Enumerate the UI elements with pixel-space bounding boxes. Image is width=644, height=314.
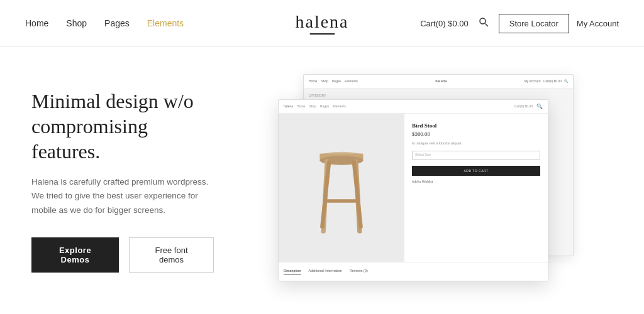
nav-pages[interactable]: Pages xyxy=(104,18,130,28)
svg-rect-9 xyxy=(326,199,357,202)
mockup-back-logo: halena xyxy=(435,78,447,84)
mockup-product-image xyxy=(279,114,404,262)
hero-section: Minimal design w/o compromising features… xyxy=(0,47,644,314)
mockup-product-info: Bird Stool $380.00 In tristique velit a … xyxy=(404,114,548,262)
search-icon xyxy=(479,17,489,27)
hero-subtext: Halena is carefully crafted premium word… xyxy=(31,175,214,217)
mockup-back-nav: Home Shop Pages Elements xyxy=(309,79,358,83)
mockup-front-search: 🔍 xyxy=(536,104,543,109)
mockup-category-title: CATEGORY xyxy=(309,94,347,97)
cart-info[interactable]: Cart(0) $0.00 xyxy=(420,19,469,28)
mockup-back-right: My Account Cart(0) $0.00 🔍 xyxy=(525,79,568,83)
explore-demos-button[interactable]: Explore Demos xyxy=(31,237,119,273)
free-font-demos-button[interactable]: Free font demos xyxy=(129,237,214,273)
hero-mockup: Home Shop Pages Elements halena My Accou… xyxy=(239,47,644,314)
mockup-back-header: Home Shop Pages Elements halena My Accou… xyxy=(304,75,573,89)
mockup-front-logo: halena xyxy=(284,104,293,108)
svg-point-0 xyxy=(480,18,486,24)
mockup-product-title: Bird Stool xyxy=(412,122,540,129)
mockup-wishlist: Add to Wishlist xyxy=(412,180,540,183)
hero-content: Minimal design w/o compromising features… xyxy=(0,89,239,273)
logo-text: halena xyxy=(295,12,348,32)
site-logo[interactable]: halena xyxy=(295,12,348,35)
store-locator-button[interactable]: Store Locator xyxy=(499,14,569,33)
mockup-tab-reviews: Reviews (0) xyxy=(350,269,368,274)
mockup-front-header: halena Home Shop Pages Elements Cart(0) … xyxy=(279,100,548,114)
hero-headline: Minimal design w/o compromising features… xyxy=(31,89,214,164)
header-right: Cart(0) $0.00 Store Locator My Account xyxy=(420,14,619,33)
mockup-size-select: Select Size xyxy=(412,151,540,160)
search-button[interactable] xyxy=(476,14,491,32)
header: Home Shop Pages Elements halena Cart(0) … xyxy=(0,0,644,47)
mockup-front-body: Bird Stool $380.00 In tristique velit a … xyxy=(279,114,548,262)
my-account-link[interactable]: My Account xyxy=(577,19,619,28)
mockup-front-footer: Description Additional Information Revie… xyxy=(279,262,548,281)
stool-illustration xyxy=(301,125,382,251)
svg-line-1 xyxy=(485,24,488,27)
mockup-tab-additional: Additional Information xyxy=(309,269,342,274)
logo-underline xyxy=(309,33,335,35)
nav-home[interactable]: Home xyxy=(25,18,48,28)
mockup-add-to-cart: ADD TO CART xyxy=(412,166,540,176)
main-nav: Home Shop Pages Elements xyxy=(25,18,184,28)
mockup-product-price: $380.00 xyxy=(412,131,540,137)
nav-elements[interactable]: Elements xyxy=(147,18,184,28)
mockup-wrapper: Home Shop Pages Elements halena My Accou… xyxy=(278,74,605,288)
hero-buttons: Explore Demos Free font demos xyxy=(31,237,214,273)
mockup-tab-description: Description xyxy=(284,269,301,274)
mockup-front-layer: halena Home Shop Pages Elements Cart(0) … xyxy=(278,99,548,281)
nav-shop[interactable]: Shop xyxy=(66,18,87,28)
mockup-product-desc: In tristique velit a lobortis aliquet. xyxy=(412,141,540,146)
mockup-front-cart: Cart(0) $0.00 xyxy=(514,104,533,108)
